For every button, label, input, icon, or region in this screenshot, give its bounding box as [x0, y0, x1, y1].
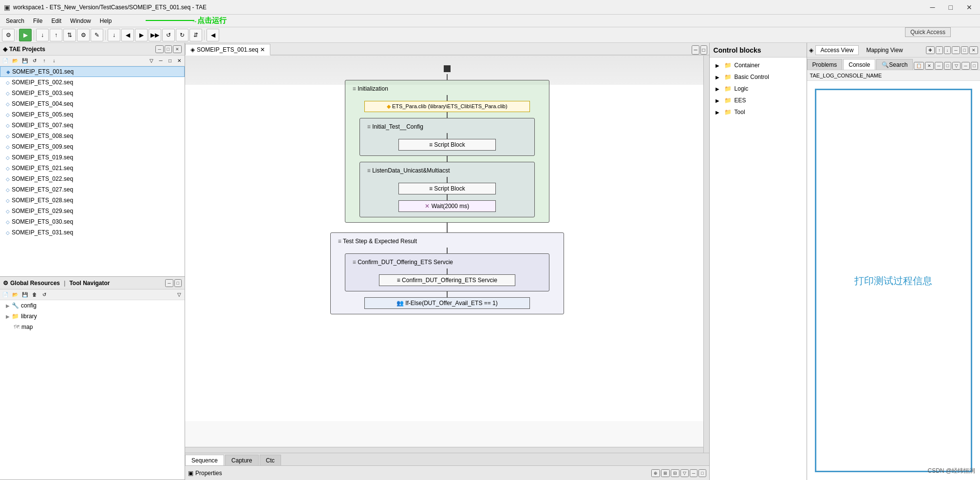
quick-access-bar[interactable]: Quick Access: [905, 27, 951, 37]
project-file-2[interactable]: ◇ SOMEIP_ETS_003.seq: [0, 88, 185, 98]
toolbar-back[interactable]: ◀: [121, 29, 134, 41]
minimize-button[interactable]: ─: [926, 2, 939, 12]
console-btn5[interactable]: ▽: [952, 62, 961, 70]
tab-ctc[interactable]: Ctc: [260, 455, 281, 465]
project-file-8[interactable]: ◇ SOMEIP_ETS_019.seq: [0, 152, 185, 163]
res-collapse[interactable]: ─: [165, 279, 173, 287]
props-btn1[interactable]: ⊕: [651, 469, 660, 477]
toolbar-gear2[interactable]: ⚙: [77, 29, 90, 41]
console-btn6[interactable]: ─: [961, 62, 969, 70]
toolbar-left[interactable]: ◀: [207, 29, 219, 41]
props-btn6[interactable]: □: [698, 469, 706, 477]
ptb-more4[interactable]: ✕: [175, 57, 184, 65]
toolbar-redo[interactable]: ↻: [176, 29, 188, 41]
ptb-more3[interactable]: □: [166, 57, 174, 65]
cb-container[interactable]: ▶ 📁 Container: [712, 59, 805, 71]
menu-help[interactable]: Help: [96, 17, 116, 25]
resource-map[interactable]: 🗺 map: [0, 322, 185, 332]
project-file-14[interactable]: ◇ SOMEIP_ETS_030.seq: [0, 216, 185, 227]
console-tab-search[interactable]: 🔍 Search: [876, 59, 913, 70]
project-file-4[interactable]: ◇ SOMEIP_ETS_005.seq: [0, 109, 185, 120]
cb-ees[interactable]: ▶ 📁 EES: [712, 95, 805, 106]
menu-window[interactable]: Window: [66, 17, 95, 25]
console-btn4[interactable]: □: [944, 62, 951, 70]
console-btn3[interactable]: ─: [935, 62, 942, 70]
toolbar-fwd2[interactable]: ▶▶: [149, 29, 161, 41]
panel-collapse[interactable]: ─: [155, 45, 163, 53]
ptb-new[interactable]: 📄: [1, 57, 10, 65]
console-btn7[interactable]: □: [971, 62, 978, 70]
script-block-1[interactable]: ≡ Script Block: [398, 139, 496, 151]
props-btn2[interactable]: ⊞: [661, 469, 670, 477]
horizontal-scrollbar[interactable]: [185, 447, 703, 453]
console-tab-console[interactable]: Console: [843, 59, 875, 70]
project-file-15[interactable]: ◇ SOMEIP_ETS_031.seq: [0, 227, 185, 238]
tab-access-view[interactable]: Access View: [815, 45, 859, 55]
if-else-node[interactable]: 👥 If-Else(DUT_Offer_Avail_ETS == 1): [364, 297, 530, 309]
access-min[interactable]: ─: [952, 46, 960, 54]
tab-close-icon[interactable]: ✕: [260, 46, 265, 53]
ptb-more2[interactable]: ─: [156, 57, 165, 65]
project-file-12[interactable]: ◇ SOMEIP_ETS_028.seq: [0, 195, 185, 206]
close-button[interactable]: ✕: [962, 2, 976, 12]
project-file-1[interactable]: ◇ SOMEIP_ETS_002.seq: [0, 77, 185, 88]
script-block-2[interactable]: ≡ Script Block: [398, 183, 496, 194]
toolbar-download[interactable]: ↓: [36, 29, 49, 41]
run-button[interactable]: ▶: [19, 29, 32, 41]
tab-ctrl-min[interactable]: ─: [692, 45, 699, 55]
resource-library[interactable]: ▶ 📁 library: [0, 311, 185, 322]
ptb-down[interactable]: ↓: [50, 57, 58, 65]
ptb-save[interactable]: 💾: [20, 57, 29, 65]
access-down[interactable]: ↓: [944, 46, 951, 54]
project-file-6[interactable]: ◇ SOMEIP_ETS_008.seq: [0, 131, 185, 141]
toolbar-settings[interactable]: ⚙: [2, 29, 15, 41]
vertical-scrollbar[interactable]: [703, 56, 709, 453]
tab-sequence[interactable]: Sequence: [185, 455, 224, 465]
project-file-3[interactable]: ◇ SOMEIP_ETS_004.seq: [0, 98, 185, 109]
ptb-up[interactable]: ↑: [40, 57, 49, 65]
cb-basic-control[interactable]: ▶ 📁 Basic Control: [712, 71, 805, 83]
editor-tab-0[interactable]: ◈ SOMEIP_ETS_001.seq ✕: [185, 44, 270, 56]
resource-config[interactable]: ▶ 🔧 config: [0, 300, 185, 311]
ptb-refresh[interactable]: ↺: [30, 57, 39, 65]
ptb-more1[interactable]: ▽: [147, 57, 156, 65]
tab-mapping-view[interactable]: Mapping View: [861, 45, 908, 55]
sequence-canvas[interactable]: ≡ Initialization ◆ ETS_Para.clib (\libra…: [185, 56, 709, 453]
project-file-7[interactable]: ◇ SOMEIP_ETS_009.seq: [0, 141, 185, 152]
menu-edit[interactable]: Edit: [47, 17, 65, 25]
toolbar-step-down[interactable]: ↓: [108, 29, 120, 41]
console-tab-problems[interactable]: Problems: [807, 59, 843, 70]
access-up[interactable]: ↑: [936, 46, 943, 54]
project-file-13[interactable]: ◇ SOMEIP_ETS_029.seq: [0, 206, 185, 216]
panel-expand[interactable]: □: [165, 45, 172, 53]
cb-tool[interactable]: ▶ 📁 Tool: [712, 106, 805, 118]
tab-capture[interactable]: Capture: [225, 455, 259, 465]
res-save[interactable]: 💾: [20, 290, 29, 299]
props-btn4[interactable]: ▽: [680, 469, 689, 477]
props-btn3[interactable]: ⊟: [671, 469, 679, 477]
project-file-9[interactable]: ◇ SOMEIP_ETS_021.seq: [0, 163, 185, 173]
res-more[interactable]: ▽: [175, 290, 184, 299]
res-open[interactable]: 📂: [11, 290, 19, 299]
tab-ctrl-max[interactable]: □: [700, 45, 707, 55]
project-file-5[interactable]: ◇ SOMEIP_ETS_007.seq: [0, 120, 185, 131]
access-add[interactable]: ✚: [926, 46, 935, 54]
ets-para-node[interactable]: ◆ ETS_Para.clib (\library\ETS_Clib\ETS_P…: [364, 101, 530, 112]
maximize-button[interactable]: □: [945, 2, 957, 12]
console-btn1[interactable]: 📋: [914, 62, 924, 70]
project-file-0[interactable]: ◆ SOMEIP_ETS_001.seq: [0, 66, 185, 77]
toolbar-undo[interactable]: ↺: [162, 29, 175, 41]
wait-node[interactable]: ✕ Wait(2000 ms): [398, 200, 496, 212]
confirm-dut-script[interactable]: ≡ Confirm_DUT_Offering_ETS Servcie: [379, 274, 515, 286]
menu-file[interactable]: File: [29, 17, 46, 25]
project-file-11[interactable]: ◇ SOMEIP_ETS_027.seq: [0, 184, 185, 195]
res-del[interactable]: 🗑: [30, 290, 39, 299]
toolbar-sync[interactable]: ⇅: [63, 29, 76, 41]
ptb-open[interactable]: 📂: [11, 57, 19, 65]
res-refresh[interactable]: ↺: [40, 290, 49, 299]
cb-logic[interactable]: ▶ 📁 Logic: [712, 83, 805, 95]
console-btn2[interactable]: ✕: [925, 62, 934, 70]
res-new[interactable]: 📄: [1, 290, 10, 299]
menu-search[interactable]: Search: [2, 17, 28, 25]
toolbar-upload[interactable]: ↑: [50, 29, 62, 41]
